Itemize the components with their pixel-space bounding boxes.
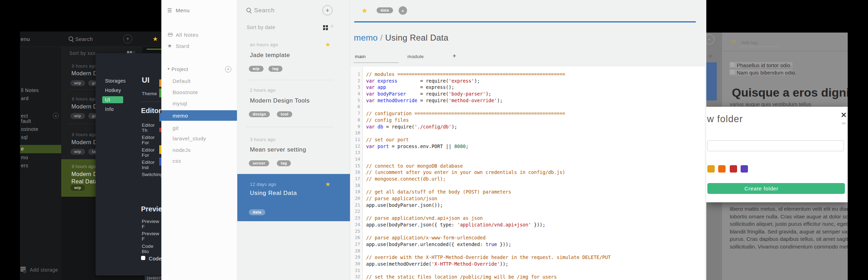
sidebar-item-git[interactable]: git: [173, 125, 179, 131]
code-line: // set the static files location /public…: [366, 274, 705, 280]
code-line: // parse application/vnd.api+json as jso…: [366, 215, 705, 222]
note-title: Jade template: [250, 52, 290, 59]
settings-checkbox-label[interactable]: Code: [149, 255, 161, 261]
code-line: var port = process.env.PORT || 8080;: [366, 143, 705, 150]
line-number: 26: [351, 234, 362, 241]
code-line: var app = express();: [366, 84, 705, 91]
settings-item[interactable]: Editor Ind: [142, 160, 161, 170]
breadcrumb: memo / Using Real Data: [354, 33, 448, 43]
add-folder-button[interactable]: +: [225, 66, 231, 72]
tag-pill-wip: wip: [70, 149, 85, 155]
line-number: 22: [351, 208, 362, 215]
active-tab-underline: [354, 62, 399, 63]
chevron-down-icon[interactable]: ▼: [167, 67, 170, 71]
sidebar-item-css[interactable]: css: [173, 158, 181, 164]
grid-view-icon[interactable]: [323, 25, 325, 27]
sidebar-item-mysql[interactable]: mysql: [173, 100, 187, 106]
line-number: 25: [351, 228, 362, 235]
storage-project-label[interactable]: ect: [21, 113, 28, 119]
sort-by-selector[interactable]: Sort by date: [247, 24, 275, 30]
line-number: 8: [351, 117, 362, 124]
color-swatch[interactable]: [707, 165, 715, 173]
sidebar-item-all-notes[interactable]: ll Notes: [21, 88, 39, 93]
tag-pill-data[interactable]: data: [377, 7, 393, 13]
menu-button[interactable]: Menu: [176, 7, 190, 13]
color-swatch[interactable]: [730, 165, 737, 173]
line-number: 21: [351, 202, 362, 209]
sidebar-item-sql[interactable]: sql: [21, 134, 28, 140]
add-tag-button[interactable]: +: [399, 6, 407, 15]
settings-item-theme[interactable]: Theme: [142, 91, 157, 96]
settings-nav-hotkey[interactable]: Hotkey: [105, 88, 121, 93]
create-folder-label: Create folder: [744, 186, 778, 191]
settings-nav-storages[interactable]: Storages: [105, 78, 126, 84]
line-number: 10: [351, 130, 362, 136]
sidebar-item-ostnote[interactable]: ostnote: [21, 126, 38, 132]
add-tag-input: Add tag...: [741, 40, 761, 45]
add-folder-button[interactable]: +: [53, 113, 59, 119]
modal-title: w folder: [707, 114, 743, 125]
settings-item[interactable]: Code Blo: [142, 244, 161, 254]
selected-note-strip: [706, 62, 717, 100]
list-view-icon[interactable]: ≡: [330, 23, 334, 29]
line-number: 16: [351, 169, 362, 176]
new-note-button[interactable]: +: [322, 5, 332, 15]
create-folder-button[interactable]: Create folder: [707, 183, 845, 194]
main-boostnote-window: ☰ Menu All Notes ★ Stard ▼ Project + Def…: [161, 0, 706, 280]
sidebar-item-all-notes[interactable]: All Notes: [176, 32, 198, 38]
sidebar-item-ers[interactable]: ers: [21, 163, 28, 168]
menu-button[interactable]: enu: [21, 36, 30, 42]
settings-item[interactable]: Switching: [142, 172, 161, 177]
search-input[interactable]: Search: [254, 7, 275, 14]
sidebar-item-starred[interactable]: Stard: [176, 43, 189, 49]
sidebar-item-memo[interactable]: memo: [173, 113, 188, 119]
sidebar-item-starred[interactable]: ard: [21, 96, 29, 101]
header-divider: [723, 51, 848, 51]
line-number: 7: [351, 110, 362, 117]
new-note-button[interactable]: +: [123, 34, 132, 43]
color-swatch[interactable]: [718, 165, 726, 173]
note-time: 8 hours ago: [72, 63, 97, 69]
settings-item[interactable]: Editor For: [142, 147, 161, 158]
sidebar-item-e[interactable]: e: [21, 146, 24, 152]
sidebar-item-fault[interactable]: fault: [21, 118, 31, 124]
checkbox-icon[interactable]: [141, 256, 145, 260]
close-icon[interactable]: ×: [841, 110, 846, 120]
code-line: // mongoose.connect(db.url);: [366, 176, 705, 182]
star-toggle-icon[interactable]: ★: [362, 7, 368, 15]
selected-folder-row: [20, 145, 61, 153]
sidebar-item-Default[interactable]: Default: [173, 78, 191, 84]
settings-nav-info[interactable]: Info: [105, 106, 114, 112]
code-line: // parse application/json: [366, 195, 705, 202]
breadcrumb-folder[interactable]: memo: [354, 33, 378, 42]
settings-item[interactable]: Editor Th: [142, 122, 161, 133]
line-number: 12: [351, 143, 362, 150]
color-swatch[interactable]: [741, 165, 748, 173]
folder-name-input[interactable]: [707, 140, 844, 151]
tab-main[interactable]: main: [355, 54, 366, 59]
code-line: [366, 156, 705, 163]
settings-item[interactable]: Editor For: [142, 135, 161, 145]
settings-divider: [140, 102, 161, 102]
hamburger-icon[interactable]: ☰: [167, 7, 172, 14]
code-line: [366, 208, 705, 215]
sidebar-item-Boostnote[interactable]: Boostnote: [173, 89, 198, 95]
sort-by-label[interactable]: Sort by xxx: [69, 50, 96, 56]
line-number: 5: [351, 97, 362, 104]
code-line: [366, 104, 705, 110]
star-icon[interactable]: ★: [153, 35, 158, 43]
storage-project-label[interactable]: Project: [172, 66, 188, 72]
settings-item[interactable]: Preview F: [142, 231, 161, 241]
tab-module[interactable]: module: [407, 54, 424, 59]
code-line: // (uncomment after you enter in your ow…: [366, 169, 705, 176]
settings-nav-ui[interactable]: UI: [105, 97, 110, 103]
sidebar-item-laravel_study[interactable]: laravel_study: [173, 135, 206, 141]
sidebar-item-mo[interactable]: mo: [21, 155, 28, 160]
new-tab-button[interactable]: +: [453, 52, 456, 60]
search-input[interactable]: Search: [75, 36, 93, 42]
code-line: var methodOverride = require('method-ove…: [366, 97, 705, 104]
sidebar-item-nodeJs[interactable]: nodeJs: [173, 147, 191, 153]
paragraph-line: libero mattis metus, id elementum velit …: [730, 205, 848, 213]
settings-item[interactable]: Preview F: [142, 219, 161, 229]
code-editor[interactable]: 1234567891011121314151617181920212223242…: [351, 66, 705, 280]
